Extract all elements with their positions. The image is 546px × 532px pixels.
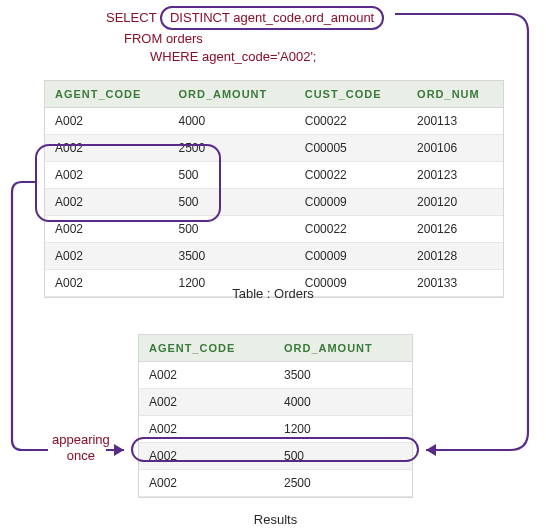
svg-marker-0 [426, 444, 436, 456]
results-caption: Results [138, 512, 413, 527]
table-row: A002500C00022200123 [45, 162, 503, 189]
orders-header-row: AGENT_CODE ORD_AMOUNT CUST_CODE ORD_NUM [45, 81, 503, 108]
results-body: A0023500 A0024000 A0021200 A002500 A0022… [139, 362, 412, 497]
sql-select-keyword: SELECT [106, 10, 156, 25]
results-col-ord-amount: ORD_AMOUNT [274, 335, 412, 362]
table-row: A0023500C00009200128 [45, 243, 503, 270]
sql-from-line: FROM orders [106, 31, 203, 46]
table-row: A0024000C00022200113 [45, 108, 503, 135]
table-row: A0023500 [139, 362, 412, 389]
svg-marker-1 [114, 444, 124, 456]
orders-col-agent-code: AGENT_CODE [45, 81, 168, 108]
sql-statement: SELECT DISTINCT agent_code,ord_amount FR… [106, 6, 384, 67]
table-row: A0022500 [139, 470, 412, 497]
table-row: A002500C00009200120 [45, 189, 503, 216]
sql-distinct-clause: DISTINCT agent_code,ord_amount [160, 6, 384, 30]
results-col-agent-code: AGENT_CODE [139, 335, 274, 362]
table-row: A002500C00022200126 [45, 216, 503, 243]
table-row: A0024000 [139, 389, 412, 416]
table-row: A0021200 [139, 416, 412, 443]
annotation-appearing-once: appearing once [52, 432, 110, 463]
table-row: A0022500C00005200106 [45, 135, 503, 162]
sql-where-line: WHERE agent_code='A002'; [106, 49, 316, 64]
results-header-row: AGENT_CODE ORD_AMOUNT [139, 335, 412, 362]
results-table: AGENT_CODE ORD_AMOUNT A0023500 A0024000 … [138, 334, 413, 498]
orders-body: A0024000C00022200113 A0022500C0000520010… [45, 108, 503, 297]
orders-col-ord-num: ORD_NUM [407, 81, 503, 108]
orders-caption: Table : Orders [0, 286, 546, 301]
table-row: A002500 [139, 443, 412, 470]
orders-table: AGENT_CODE ORD_AMOUNT CUST_CODE ORD_NUM … [44, 80, 504, 298]
orders-col-ord-amount: ORD_AMOUNT [168, 81, 294, 108]
orders-col-cust-code: CUST_CODE [295, 81, 407, 108]
